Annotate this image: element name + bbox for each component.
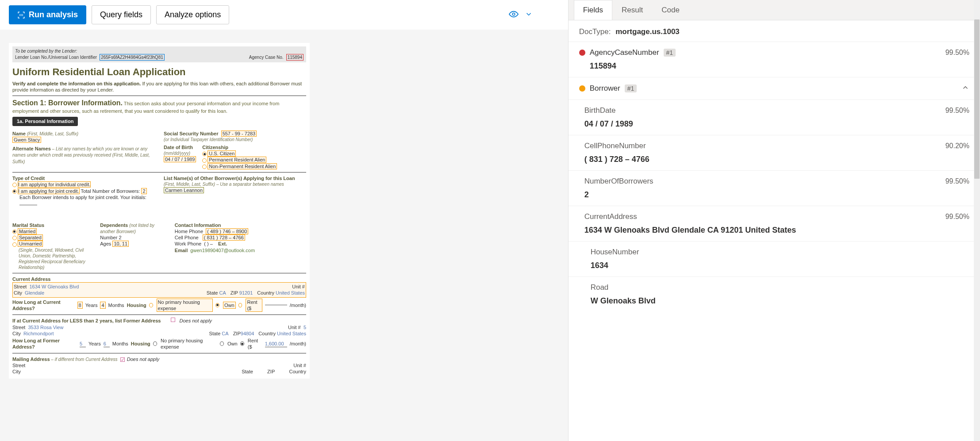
marital-separated: Separated xyxy=(18,234,43,241)
dependents-number: Number 2 xyxy=(100,234,166,241)
lender-line: To be completed by the Lender: xyxy=(15,48,304,54)
run-analysis-label: Run analysis xyxy=(29,10,78,19)
chevron-up-icon[interactable] xyxy=(961,84,969,93)
toolbar: Run analysis Query fields Analyze option… xyxy=(0,0,568,30)
state-val: CA xyxy=(219,290,226,295)
ssn-label: Social Security Number xyxy=(164,131,219,136)
field-name: Road xyxy=(591,283,609,292)
total-borrowers-val: 2 xyxy=(141,188,146,194)
tab-result[interactable]: Result xyxy=(612,0,652,20)
field-name: CellPhoneNumber xyxy=(584,142,646,150)
field-currentaddress[interactable]: CurrentAddress 99.50% 1634 W Glenoaks Bl… xyxy=(569,206,980,242)
field-birthdate[interactable]: BirthDate 99.50% 04 / 07 / 1989 xyxy=(569,100,980,135)
marital-label: Marital Status xyxy=(12,222,91,228)
former-years: 5 xyxy=(80,341,86,347)
marital-married: Married xyxy=(18,228,37,234)
dob-sub: (mm/dd/yyyy) xyxy=(164,150,196,156)
confidence: 99.50% xyxy=(945,107,969,115)
agency-case-value: 115894 xyxy=(286,54,304,61)
section-tab-1a: 1a. Personal Information xyxy=(12,117,78,126)
home-phone: ( 489 ) 746 – 8900 xyxy=(206,228,248,234)
dob-value: 04 / 07 / 1989 xyxy=(164,156,196,162)
loan-no-value: 265Fs6fAZ2H4984Gs4f23hQ81 xyxy=(100,54,165,61)
former-state: CA xyxy=(222,331,228,336)
months-val: 4 xyxy=(100,302,105,309)
query-fields-button[interactable]: Query fields xyxy=(92,5,151,24)
ssn-sub: (or Individual Taxpayer Identification N… xyxy=(164,137,306,142)
run-analysis-button[interactable]: Run analysis xyxy=(9,5,86,24)
eye-icon[interactable] xyxy=(509,9,519,21)
city-val: Glendale xyxy=(25,290,44,295)
marital-sub: (Single, Divorced, Widowed, Civil Union,… xyxy=(19,247,91,270)
former-city: Richmondport xyxy=(23,331,54,336)
name-value: Gwen Stacy xyxy=(12,137,41,143)
field-tag: #1 xyxy=(664,49,676,57)
field-name: HouseNumber xyxy=(591,248,639,257)
former-zip: 94804 xyxy=(241,331,254,336)
citizenship-label: Citizenship xyxy=(202,144,277,150)
doctype-row: DocType: mortgage.us.1003 xyxy=(569,20,980,42)
former-street: 3533 Rosa View xyxy=(28,325,63,330)
dob-label: Date of Birth xyxy=(164,144,196,150)
field-agencycasenumber[interactable]: AgencyCaseNumber #1 99.50% 115894 xyxy=(569,42,980,77)
field-value: 04 / 07 / 1989 xyxy=(584,119,969,129)
confidence: 99.50% xyxy=(945,213,969,221)
left-panel: Run analysis Query fields Analyze option… xyxy=(0,0,569,441)
mailing-label: Mailing Address xyxy=(12,357,50,362)
svg-point-0 xyxy=(512,13,515,15)
zip-val: 91201 xyxy=(239,290,253,295)
former-rent-amt: 1,600.00 xyxy=(265,341,287,347)
doc-title: Uniform Residential Loan Application xyxy=(12,66,306,79)
field-borrower[interactable]: Borrower #1 xyxy=(569,77,980,100)
field-cellphonenumber[interactable]: CellPhoneNumber 90.20% ( 831 ) 728 – 476… xyxy=(569,135,980,171)
field-value: 1634 W Glenoaks Blvd Glendale CA 91201 U… xyxy=(584,226,969,235)
current-addr-label: Current Address xyxy=(12,276,306,282)
analyze-options-label: Analyze options xyxy=(165,10,221,19)
scrollbar-thumb[interactable] xyxy=(974,19,980,179)
field-tag: #1 xyxy=(625,84,637,92)
chevron-down-icon[interactable] xyxy=(525,10,533,20)
loan-no-label: Lender Loan No./Universal Loan Identifie… xyxy=(15,54,97,60)
right-panel: Fields Result Code DocType: mortgage.us.… xyxy=(569,0,980,441)
color-dot-orange xyxy=(579,85,585,92)
cit-perm: Permanent Resident Alien xyxy=(208,157,266,163)
field-numberofborrowers[interactable]: NumberOfBorrowers 99.50% 2 xyxy=(569,171,980,206)
field-name: Borrower xyxy=(590,84,620,93)
former-addr-label: If at Current Address for LESS than 2 ye… xyxy=(12,318,161,324)
former-unit: 5 xyxy=(304,325,306,330)
field-value: ( 831 ) 728 – 4766 xyxy=(584,155,969,164)
joint-initials: Each Borrower intends to apply for joint… xyxy=(19,194,155,207)
email-value: gwen19890407@outlook.com xyxy=(190,248,255,253)
other-borrowers-label: List Name(s) of Other Borrower(s) Applyi… xyxy=(164,175,306,181)
confidence: 90.20% xyxy=(945,142,969,150)
field-value: 115894 xyxy=(590,61,969,71)
type-credit-label: Type of Credit xyxy=(12,175,155,181)
other-borrowers-sub: (First, Middle, Last, Suffix) – Use a se… xyxy=(164,181,306,187)
cell-phone: ( 831 ) 728 – 4766 xyxy=(203,234,245,241)
altnames-label: Alternate Names xyxy=(12,146,51,151)
section1-title: Section 1: Borrower Information. xyxy=(12,99,123,107)
document-page: To be completed by the Lender: Lender Lo… xyxy=(9,43,310,379)
fields-content[interactable]: DocType: mortgage.us.1003 AgencyCaseNumb… xyxy=(569,20,980,441)
field-name: NumberOfBorrowers xyxy=(584,177,653,186)
cit-us: U.S. Citizen xyxy=(208,150,236,157)
field-housenumber[interactable]: HouseNumber 1634 xyxy=(569,242,980,277)
confidence: 99.50% xyxy=(945,177,969,185)
document-viewer[interactable]: To be completed by the Lender: Lender Lo… xyxy=(0,30,568,441)
tab-code[interactable]: Code xyxy=(652,0,689,20)
years-val: 8 xyxy=(77,302,83,309)
doctype-value: mortgage.us.1003 xyxy=(615,27,680,36)
tabs: Fields Result Code xyxy=(569,0,980,20)
query-fields-label: Query fields xyxy=(100,10,142,19)
scrollbar[interactable] xyxy=(974,0,980,441)
tab-fields[interactable]: Fields xyxy=(574,0,612,20)
former-months: 6 xyxy=(104,341,110,347)
field-road[interactable]: Road W Glenoaks Blvd xyxy=(569,277,980,312)
former-country: United States xyxy=(277,331,306,336)
analyze-options-button[interactable]: Analyze options xyxy=(156,5,229,24)
scan-icon xyxy=(17,11,25,19)
work-phone: ( ) – xyxy=(204,241,213,246)
other-borrowers-val: Carmen Leannon xyxy=(164,187,204,193)
marital-unmarried: Unmarried xyxy=(18,241,43,247)
field-value: W Glenoaks Blvd xyxy=(591,296,969,306)
